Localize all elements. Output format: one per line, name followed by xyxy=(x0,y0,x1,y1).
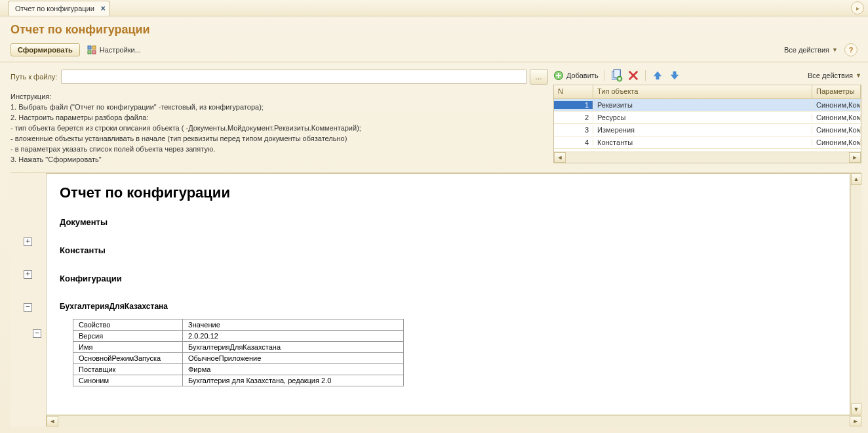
form-button[interactable]: Сформировать xyxy=(10,43,80,56)
prop-name: Имя xyxy=(73,342,183,353)
col-header-prop: Свойство xyxy=(73,320,183,331)
all-actions-button[interactable]: Все действия ▼ xyxy=(784,46,838,54)
cell-type: Ресурсы xyxy=(593,113,812,121)
prop-name: Синоним xyxy=(73,375,183,386)
prop-name: ОсновнойРежимЗапуска xyxy=(73,353,183,364)
all-actions-label: Все действия xyxy=(808,72,853,79)
properties-table: Свойство Значение Версия2.0.20.12 ИмяБух… xyxy=(73,319,404,386)
expand-collapse-button[interactable]: + xyxy=(24,270,32,279)
cell-n: 3 xyxy=(554,126,593,134)
scroll-track[interactable] xyxy=(851,185,861,403)
report-wrap: Отчет по конфигурации Документы Констант… xyxy=(47,173,861,415)
main-toolbar: Сформировать Настройки... Все действия ▼… xyxy=(0,41,868,62)
scroll-right-icon[interactable]: ► xyxy=(850,416,861,426)
prop-name: Поставщик xyxy=(73,364,183,375)
table-row[interactable]: 3 Измерения Синоним,Ком xyxy=(554,124,861,136)
instruction-line: - в параметрах указать список полей объе… xyxy=(10,144,548,154)
types-grid[interactable]: N Тип объекта Параметры 1 Реквизиты Сино… xyxy=(553,85,861,163)
report-vertical-scrollbar[interactable]: ▲ ▼ xyxy=(850,173,861,415)
move-down-button[interactable] xyxy=(668,69,681,82)
cell-params: Синоним,Ком xyxy=(812,113,861,121)
grid-body: 1 Реквизиты Синоним,Ком 2 Ресурсы Синони… xyxy=(554,99,861,152)
path-row: Путь к файлу: … xyxy=(10,69,548,85)
report-section: Конфигурации xyxy=(60,274,837,283)
cell-n: 4 xyxy=(554,138,593,146)
instructions: Инструкция: 1. Выбрать файл ("Отчет по к… xyxy=(10,91,548,165)
table-row: Версия2.0.20.12 xyxy=(73,331,404,342)
report-area: + + − − Отчет по конфигурации Документы … xyxy=(10,173,861,426)
prop-value: БухгалтерияДляКазахстана xyxy=(183,342,404,353)
add-label: Добавить xyxy=(566,72,599,79)
help-button[interactable]: ? xyxy=(844,43,858,56)
report-title: Отчет по конфигурации xyxy=(60,184,837,201)
report-horizontal-scrollbar[interactable]: ◄ ► xyxy=(47,415,861,426)
settings-button[interactable]: Настройки... xyxy=(87,45,141,55)
prop-name: Версия xyxy=(73,331,183,342)
col-header-params[interactable]: Параметры xyxy=(812,85,861,98)
grid-toolbar: Добавить Все действия xyxy=(553,69,861,82)
scroll-down-icon[interactable]: ▼ xyxy=(851,403,861,415)
svg-rect-0 xyxy=(88,46,91,49)
col-header-type[interactable]: Тип объекта xyxy=(593,85,812,98)
report-canvas[interactable]: Отчет по конфигурации Документы Констант… xyxy=(47,173,850,415)
scroll-left-icon[interactable]: ◄ xyxy=(554,152,566,163)
expand-collapse-button[interactable]: + xyxy=(24,237,32,246)
app-window: Отчет по конфигурации × ▸ Отчет по конфи… xyxy=(0,0,868,433)
prop-value: Фирма xyxy=(183,364,404,375)
prop-value: Бухгалтерия для Казахстана, редакция 2.0 xyxy=(183,375,404,386)
svg-rect-3 xyxy=(92,51,96,54)
cell-n: 1 xyxy=(554,101,593,109)
instruction-line: 3. Нажать "Сформировать" xyxy=(10,154,548,165)
path-input[interactable] xyxy=(61,70,527,84)
report-section: Документы xyxy=(60,217,837,227)
browse-button[interactable]: … xyxy=(530,69,548,85)
separator xyxy=(645,70,646,81)
cell-params: Синоним,Ком xyxy=(812,126,861,134)
path-label: Путь к файлу: xyxy=(10,73,57,81)
table-row: СинонимБухгалтерия для Казахстана, редак… xyxy=(73,375,404,386)
scroll-track[interactable] xyxy=(566,153,849,162)
grid-all-actions-button[interactable]: Все действия ▼ xyxy=(808,72,861,79)
tab-report[interactable]: Отчет по конфигурации × xyxy=(8,1,110,16)
add-button[interactable]: Добавить xyxy=(553,70,599,81)
middle-area: Путь к файлу: … Инструкция: 1. Выбрать ф… xyxy=(0,62,868,169)
close-icon[interactable]: × xyxy=(101,4,106,13)
scroll-track[interactable] xyxy=(58,417,850,426)
page-title: Отчет по конфигурации xyxy=(10,23,858,37)
prop-value: 2.0.20.12 xyxy=(183,331,404,342)
scroll-left-icon[interactable]: ◄ xyxy=(47,416,58,426)
scroll-up-icon[interactable]: ▲ xyxy=(851,173,861,185)
instruction-line: 1. Выбрать файл ("Отчет по конфигурации"… xyxy=(10,102,548,112)
tab-bar: Отчет по конфигурации × ▸ xyxy=(0,0,868,16)
cell-type: Измерения xyxy=(593,126,812,134)
left-column: Путь к файлу: … Инструкция: 1. Выбрать ф… xyxy=(10,69,548,165)
scroll-right-icon[interactable]: ► xyxy=(849,152,861,163)
table-row[interactable]: 1 Реквизиты Синоним,Ком xyxy=(554,99,861,112)
report-inner: Отчет по конфигурации Документы Констант… xyxy=(47,174,850,400)
svg-rect-8 xyxy=(656,75,659,79)
grid-header: N Тип объекта Параметры xyxy=(554,85,861,99)
cell-type: Константы xyxy=(593,138,812,146)
instruction-line: - тип объекта берется из строки описания… xyxy=(10,123,548,133)
all-actions-label: Все действия xyxy=(784,46,829,54)
expand-collapse-button[interactable]: − xyxy=(24,303,32,312)
copy-button[interactable] xyxy=(610,69,623,82)
settings-label: Настройки... xyxy=(100,46,141,54)
outline-gutter: + + − − xyxy=(10,173,47,426)
cell-type: Реквизиты xyxy=(593,101,812,109)
cell-params: Синоним,Ком xyxy=(812,138,861,146)
chevron-down-icon: ▼ xyxy=(832,47,838,53)
delete-button[interactable] xyxy=(627,69,640,82)
move-up-button[interactable] xyxy=(651,69,664,82)
table-row[interactable]: 4 Константы Синоним,Ком xyxy=(554,136,861,149)
expand-collapse-button[interactable]: − xyxy=(33,329,41,338)
col-header-n[interactable]: N xyxy=(554,85,593,98)
instruction-line: 2. Настроить параметры разбора файла: xyxy=(10,112,548,123)
table-row[interactable]: 2 Ресурсы Синоним,Ком xyxy=(554,112,861,124)
header: Отчет по конфигурации xyxy=(0,16,868,41)
report-column: Отчет по конфигурации Документы Констант… xyxy=(47,173,861,426)
grid-horizontal-scrollbar[interactable]: ◄ ► xyxy=(554,152,861,163)
chevron-right-icon[interactable]: ▸ xyxy=(851,1,864,14)
right-column: Добавить Все действия xyxy=(553,69,861,165)
cell-n: 2 xyxy=(554,113,593,121)
